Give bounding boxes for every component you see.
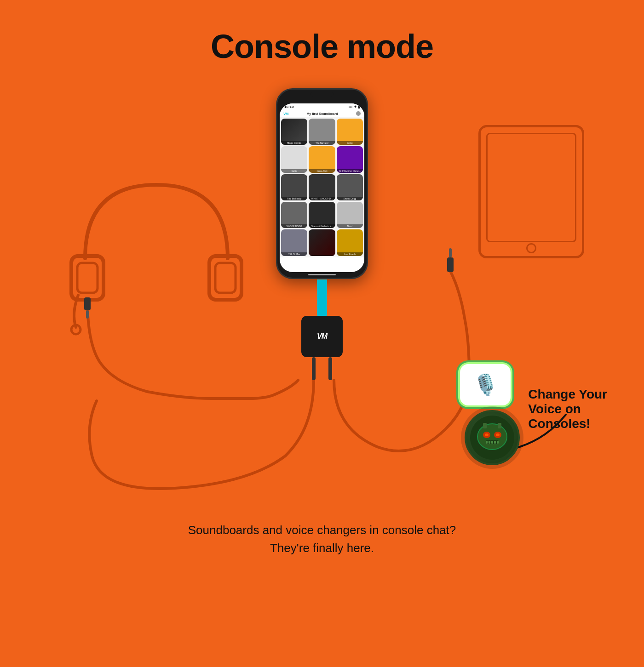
mic-bubble: 🎙️ xyxy=(460,364,511,405)
gear-icon xyxy=(356,111,361,116)
svg-rect-16 xyxy=(486,441,488,444)
svg-rect-6 xyxy=(86,310,89,319)
vm-logo: VM xyxy=(283,112,288,116)
jack-left xyxy=(312,357,316,380)
tablet xyxy=(478,125,584,258)
svg-rect-8 xyxy=(449,248,452,257)
svg-rect-7 xyxy=(447,257,454,272)
mic-icon: 🎙️ xyxy=(473,373,498,397)
svg-rect-21 xyxy=(483,423,487,428)
svg-rect-5 xyxy=(84,297,91,310)
svg-point-10 xyxy=(477,424,507,450)
grid-cell: All I Want for Christ... xyxy=(337,146,363,172)
bottom-text: Soundboards and voice changers in consol… xyxy=(188,521,456,557)
grid-cell: Nice! xyxy=(337,202,363,228)
grid-cell: SNOOP DOGG xyxy=(281,202,307,228)
grid-cell: Law Roach xyxy=(337,229,363,256)
grid-cell: Red Bull baby xyxy=(281,174,307,200)
svg-rect-22 xyxy=(498,423,501,428)
signal: ▪▪▪ ✦ ▮ xyxy=(349,105,360,109)
svg-rect-17 xyxy=(489,441,490,444)
grid-cell xyxy=(309,229,335,256)
svg-rect-3 xyxy=(215,263,236,293)
illustration-area: 16:10 ▪▪▪ ✦ ▮ VM My first Soundboard Mag… xyxy=(0,79,644,585)
time: 16:10 xyxy=(284,105,293,109)
home-bar xyxy=(308,274,336,275)
cta-line2: Voice on xyxy=(528,402,607,416)
tablet-screen xyxy=(486,133,576,242)
teal-connector xyxy=(317,279,327,316)
bottom-line1: Soundboards and voice changers in consol… xyxy=(188,521,456,539)
svg-point-4 xyxy=(71,325,80,334)
jack-right xyxy=(328,357,332,380)
svg-rect-0 xyxy=(71,256,104,300)
adapter-logo: VM xyxy=(317,332,327,341)
svg-point-14 xyxy=(496,433,500,436)
app-bar: VM My first Soundboard xyxy=(280,110,364,117)
grid-cell: The Narrator xyxy=(309,119,335,145)
phone: 16:10 ▪▪▪ ✦ ▮ VM My first Soundboard Mag… xyxy=(276,88,368,279)
robot-avatar xyxy=(465,410,520,465)
grid-cell: 759 Of Mev xyxy=(281,229,307,256)
svg-rect-2 xyxy=(209,256,242,300)
status-bar: 16:10 ▪▪▪ ✦ ▮ xyxy=(280,103,364,110)
grid-cell: Gong xyxy=(337,119,363,145)
bottom-line2: They're finally here. xyxy=(188,539,456,557)
robot-face-svg xyxy=(469,415,515,461)
grid-cell: Magic Chords xyxy=(281,119,307,145)
dynamic-island xyxy=(310,92,334,97)
cta-line1: Change Your xyxy=(528,387,607,402)
svg-rect-19 xyxy=(494,441,496,444)
svg-rect-20 xyxy=(497,441,499,444)
page-title: Console mode xyxy=(0,0,644,65)
svg-rect-1 xyxy=(77,263,98,293)
tablet-home-button xyxy=(526,243,536,253)
grid-cell: Selfie xyxy=(281,146,307,172)
grid-cell: Nuke Alert xyxy=(309,146,335,172)
phone-grid: Magic ChordsThe NarratorGongSelfieNuke A… xyxy=(280,117,364,257)
grid-cell: Snoop Dogg xyxy=(337,174,363,200)
phone-screen: 16:10 ▪▪▪ ✦ ▮ VM My first Soundboard Mag… xyxy=(280,103,364,272)
cta-line3: Consoles! xyxy=(528,416,607,431)
grid-cell: Starcraft Firebat - Y... xyxy=(309,202,335,228)
audio-adapter: VM xyxy=(301,316,343,357)
svg-point-13 xyxy=(485,433,489,436)
grid-cell: WHO? - SNOOP D... xyxy=(309,174,335,200)
soundboard-label: My first Soundboard xyxy=(306,112,338,115)
svg-rect-18 xyxy=(491,441,493,444)
cta-text: Change Your Voice on Consoles! xyxy=(528,387,607,432)
